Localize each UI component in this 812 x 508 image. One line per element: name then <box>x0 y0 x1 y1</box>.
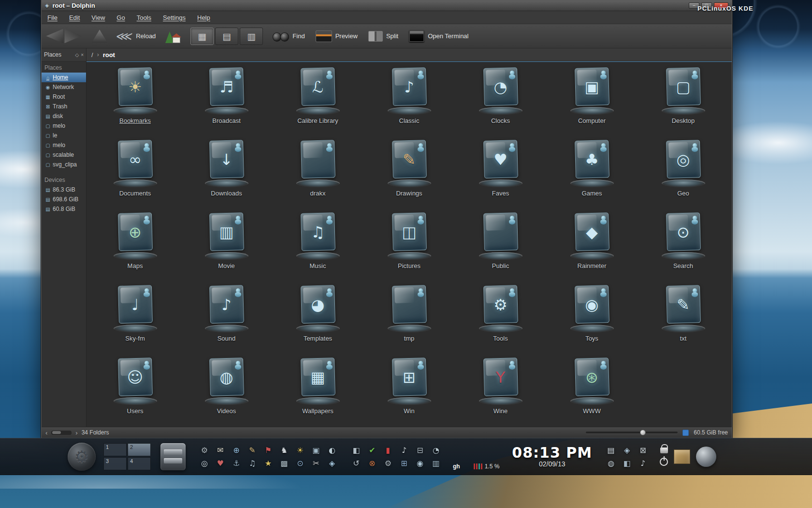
folder-item[interactable]: ▥ Movie <box>181 209 272 281</box>
sidebar-place-item[interactable]: ▦ Root <box>42 92 86 102</box>
home-button[interactable] <box>164 29 182 44</box>
panel-app-icon[interactable]: ✂ <box>311 458 321 468</box>
folder-item[interactable]: ♩ Sky-fm <box>89 281 181 354</box>
zoom-slider[interactable] <box>586 432 678 433</box>
pager-desktop-cell[interactable]: 2 <box>128 443 151 456</box>
details-view-button[interactable]: ▤ <box>215 28 238 45</box>
panel-app-icon[interactable]: ✎ <box>247 445 258 455</box>
panel-app-icon[interactable]: ◈ <box>327 458 337 468</box>
sidebar-device-item[interactable]: ▤ 86.3 GiB <box>42 185 86 194</box>
keyboard-layout-indicator[interactable]: gh <box>453 463 460 470</box>
menu-item[interactable]: Tools <box>137 14 151 21</box>
sidebar-place-item[interactable]: ▢ melo <box>42 121 86 131</box>
panel-app-icon[interactable]: ⊙ <box>295 458 305 468</box>
float-panel-icon[interactable]: ◇ <box>75 52 79 58</box>
icons-view-button[interactable]: ▦ <box>190 28 214 45</box>
tray-icon[interactable]: ⚙ <box>383 458 393 468</box>
menu-item[interactable]: View <box>91 14 105 21</box>
folder-item[interactable]: ⊛ WWW <box>546 354 638 426</box>
folder-item[interactable]: ◎ Geo <box>638 136 729 209</box>
package-icon[interactable] <box>674 449 690 464</box>
folder-item[interactable]: drakx <box>272 136 363 209</box>
tray-icon[interactable]: ▤ <box>606 445 616 455</box>
sidebar-place-item[interactable]: ◉ Network <box>42 82 86 92</box>
pager-desktop-cell[interactable]: 4 <box>128 457 151 470</box>
breadcrumb-root[interactable]: / <box>91 51 93 59</box>
tray-icon[interactable]: ▮ <box>383 445 393 455</box>
scrollbar-thumb[interactable] <box>52 431 61 434</box>
panel-app-icon[interactable]: ⊕ <box>231 445 242 455</box>
zoom-slider-thumb[interactable] <box>640 430 646 435</box>
columns-view-button[interactable]: ▥ <box>240 28 263 45</box>
panel-app-icon[interactable]: ⚓ <box>231 458 242 468</box>
folder-item[interactable]: ◍ Videos <box>181 354 272 426</box>
folder-item[interactable]: ◆ Rainmeter <box>546 209 638 281</box>
power-icon[interactable] <box>660 458 668 466</box>
file-drawer-button[interactable] <box>160 443 186 470</box>
panel-app-icon[interactable]: ⚙ <box>199 445 210 455</box>
folder-item[interactable]: ♥ Faves <box>455 136 546 209</box>
panel-app-icon[interactable]: ▩ <box>279 458 290 468</box>
folder-item[interactable]: ▣ Computer <box>546 63 638 136</box>
panel-app-icon[interactable]: ♞ <box>279 445 290 455</box>
tray-icon[interactable]: ♪ <box>638 458 648 468</box>
tray-icon[interactable]: ◈ <box>622 445 632 455</box>
tray-icon[interactable]: ◧ <box>351 445 362 455</box>
cpu-monitor[interactable]: 1.5 % <box>474 463 500 470</box>
folder-item[interactable]: ↓ Downloads <box>181 136 272 209</box>
scroll-left-icon[interactable]: ‹ <box>45 430 47 436</box>
sidebar-device-item[interactable]: ▤ 698.6 GiB <box>42 194 86 204</box>
folder-item[interactable]: ⊙ Search <box>638 209 729 281</box>
forward-button[interactable] <box>64 29 82 44</box>
tray-icon[interactable]: ⊟ <box>415 445 425 455</box>
horizontal-scrollbar[interactable] <box>51 431 72 435</box>
panel-app-icon[interactable]: ☀ <box>295 445 305 455</box>
sidebar-place-item[interactable]: ▤ disk <box>42 111 86 121</box>
sidebar-place-item[interactable]: ▢ svg_clipa <box>42 160 86 169</box>
up-button[interactable] <box>91 29 108 44</box>
panel-app-icon[interactable]: ⚑ <box>263 445 274 455</box>
titlebar[interactable]: ◈ root – Dolphin – □ × <box>42 0 732 11</box>
menu-item[interactable]: Help <box>197 14 210 21</box>
folder-item[interactable]: ⚙ Tools <box>455 281 546 354</box>
sidebar-place-item[interactable]: ⊠ Trash <box>42 102 86 111</box>
tray-icon[interactable]: ⊠ <box>638 445 648 455</box>
sphere-icon[interactable] <box>696 447 716 467</box>
sidebar-place-item[interactable]: ⌂ Home <box>42 73 86 82</box>
folder-item[interactable]: ◕ Templates <box>272 281 363 354</box>
folder-item[interactable]: ⊞ Win <box>363 354 455 426</box>
folder-item[interactable]: ◫ Pictures <box>363 209 455 281</box>
sidebar-place-item[interactable]: ▢ melo <box>42 140 86 150</box>
folder-item[interactable]: ◉ Toys <box>546 281 638 354</box>
menu-item[interactable]: Go <box>116 14 125 21</box>
folder-item[interactable]: ℒ Calibre Library <box>272 63 363 136</box>
menu-item[interactable]: File <box>47 14 58 21</box>
sidebar-device-item[interactable]: ▤ 60.8 GiB <box>42 204 86 214</box>
reload-button[interactable]: ⋘ Reload <box>116 30 156 42</box>
open-terminal-button[interactable]: Open Terminal <box>409 30 468 42</box>
folder-item[interactable]: Public <box>455 209 546 281</box>
panel-app-icon[interactable]: ▣ <box>311 445 321 455</box>
find-button[interactable]: Find <box>273 31 304 42</box>
close-panel-icon[interactable]: × <box>81 52 84 58</box>
breadcrumb-current[interactable]: root <box>103 51 115 59</box>
panel-app-icon[interactable]: ★ <box>263 458 274 468</box>
tray-icon[interactable]: ⊗ <box>367 458 377 468</box>
folder-item[interactable]: ♬ Broadcast <box>181 63 272 136</box>
folder-item[interactable]: ⊕ Maps <box>89 209 181 281</box>
tray-icon[interactable]: ◧ <box>622 458 632 468</box>
sidebar-place-item[interactable]: ▢ le <box>42 131 86 140</box>
back-button[interactable] <box>45 29 64 44</box>
folder-item[interactable]: ✎ Drawings <box>363 136 455 209</box>
panel-app-icon[interactable]: ◐ <box>327 445 337 455</box>
preview-button[interactable]: Preview <box>316 30 358 42</box>
folder-item[interactable]: ▦ Wallpapers <box>272 354 363 426</box>
tray-icon[interactable]: ↺ <box>351 458 362 468</box>
folder-item[interactable]: ☀ Bookmarks <box>89 63 181 136</box>
panel-clock[interactable]: 08:13 PM 02/09/13 <box>512 445 592 468</box>
app-launcher-button[interactable]: ⚙ <box>68 443 96 471</box>
panel-app-icon[interactable]: ✉ <box>215 445 226 455</box>
menu-item[interactable]: Settings <box>163 14 186 21</box>
lock-icon[interactable] <box>660 448 668 453</box>
folder-item[interactable]: ✎ txt <box>638 281 729 354</box>
